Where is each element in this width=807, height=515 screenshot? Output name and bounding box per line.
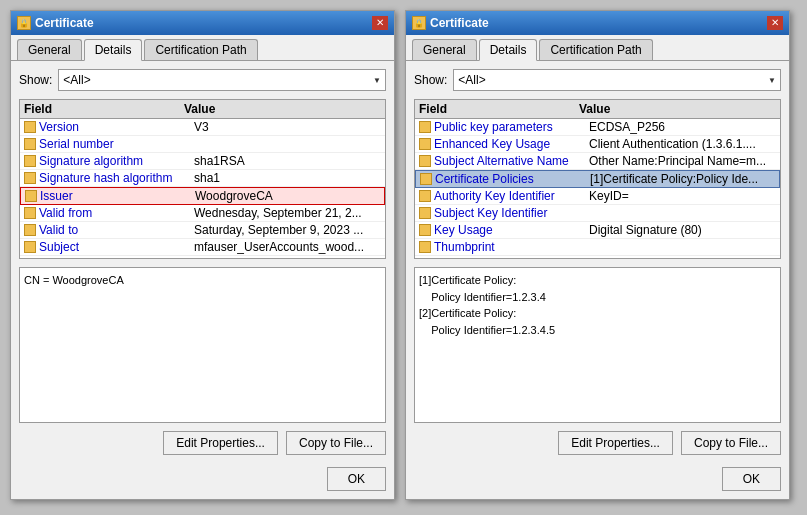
table-row[interactable]: Key Usage Digital Signature (80) — [415, 222, 780, 239]
table-row[interactable]: Enhanced Key Usage Client Authentication… — [415, 136, 780, 153]
table-row[interactable]: Version V3 — [20, 119, 385, 136]
table-row[interactable]: Valid from Wednesday, September 21, 2... — [20, 205, 385, 222]
edit-properties-button-2[interactable]: Edit Properties... — [558, 431, 673, 455]
field-value: mfauser_UserAccounts_wood... — [194, 240, 381, 254]
table-row[interactable]: Public key parameters ECDSA_P256 — [415, 119, 780, 136]
detail-box-2: [1]Certificate Policy: Policy Identifier… — [414, 267, 781, 423]
close-button-2[interactable]: ✕ — [767, 16, 783, 30]
field-value: Other Name:Principal Name=m... — [589, 154, 776, 168]
table-row[interactable]: Subject Alternative Name Other Name:Prin… — [415, 153, 780, 170]
field-name: Version — [39, 120, 194, 134]
field-name: Issuer — [40, 189, 195, 203]
field-value: V3 — [194, 120, 381, 134]
row-icon — [419, 224, 431, 236]
col-value-1: Value — [184, 102, 381, 116]
close-button-1[interactable]: ✕ — [372, 16, 388, 30]
table-row[interactable]: Subject mfauser_UserAccounts_wood... — [20, 239, 385, 256]
table-row[interactable]: Subject Key Identifier — [415, 205, 780, 222]
row-icon — [25, 190, 37, 202]
show-label-1: Show: — [19, 73, 52, 87]
field-value: WoodgroveCA — [195, 189, 380, 203]
tab-1-details[interactable]: Details — [84, 39, 143, 61]
field-value: KeyID= — [589, 189, 776, 203]
show-dropdown-2[interactable]: <All> ▼ — [453, 69, 781, 91]
tab-2-certpath[interactable]: Certification Path — [539, 39, 652, 60]
dialog-1-title: Certificate — [35, 16, 94, 30]
show-dropdown-1[interactable]: <All> ▼ — [58, 69, 386, 91]
title-bar-2: 🔒 Certificate ✕ — [406, 11, 789, 35]
row-icon — [419, 121, 431, 133]
show-value-2: <All> — [458, 73, 485, 87]
row-icon — [24, 155, 36, 167]
show-row-1: Show: <All> ▼ — [19, 69, 386, 91]
title-bar-1: 🔒 Certificate ✕ — [11, 11, 394, 35]
detail-text-2: [1]Certificate Policy: Policy Identifier… — [419, 272, 776, 338]
field-name: Enhanced Key Usage — [434, 137, 589, 151]
field-name: Serial number — [39, 137, 194, 151]
row-icon — [419, 155, 431, 167]
field-name: Subject Key Identifier — [434, 206, 589, 220]
ok-button-1[interactable]: OK — [327, 467, 386, 491]
col-field-2: Field — [419, 102, 579, 116]
dialog-2-title: Certificate — [430, 16, 489, 30]
field-value: [1]Certificate Policy:Policy Ide... — [590, 172, 775, 186]
tab-1-certpath[interactable]: Certification Path — [144, 39, 257, 60]
table-2: Field Value Public key parameters ECDSA_… — [414, 99, 781, 259]
detail-text-1: CN = WoodgroveCA — [24, 274, 124, 286]
field-name: Subject — [39, 240, 194, 254]
detail-box-1: CN = WoodgroveCA — [19, 267, 386, 423]
row-icon — [24, 207, 36, 219]
dialog-2-body: Show: <All> ▼ Field Value Public key par… — [406, 61, 789, 463]
tabs-1: General Details Certification Path — [11, 35, 394, 61]
table-2-header: Field Value — [415, 100, 780, 119]
copy-to-file-button-1[interactable]: Copy to File... — [286, 431, 386, 455]
row-icon — [24, 138, 36, 150]
table-row[interactable]: Thumbprint — [415, 239, 780, 256]
table-1-header: Field Value — [20, 100, 385, 119]
table-row[interactable]: Valid to Saturday, September 9, 2023 ... — [20, 222, 385, 239]
table-row[interactable]: Signature algorithm sha1RSA — [20, 153, 385, 170]
field-value: Saturday, September 9, 2023 ... — [194, 223, 381, 237]
edit-properties-button-1[interactable]: Edit Properties... — [163, 431, 278, 455]
table-row[interactable]: Authority Key Identifier KeyID= — [415, 188, 780, 205]
field-name: Subject Alternative Name — [434, 154, 589, 168]
col-value-2: Value — [579, 102, 776, 116]
dialog-1-body: Show: <All> ▼ Field Value Version V3 Ser… — [11, 61, 394, 463]
table-row-selected[interactable]: Issuer WoodgroveCA — [20, 187, 385, 205]
ok-row-1: OK — [11, 463, 394, 499]
tab-1-general[interactable]: General — [17, 39, 82, 60]
field-name: Valid to — [39, 223, 194, 237]
dialog-2: 🔒 Certificate ✕ General Details Certific… — [405, 10, 790, 500]
show-label-2: Show: — [414, 73, 447, 87]
cert-title-icon-1: 🔒 — [17, 16, 31, 30]
dropdown-arrow-1: ▼ — [373, 76, 381, 85]
field-value: ECDSA_P256 — [589, 120, 776, 134]
field-value: Client Authentication (1.3.6.1.... — [589, 137, 776, 151]
field-value: Wednesday, September 21, 2... — [194, 206, 381, 220]
button-row-1: Edit Properties... Copy to File... — [19, 431, 386, 455]
copy-to-file-button-2[interactable]: Copy to File... — [681, 431, 781, 455]
table-row[interactable]: Signature hash algorithm sha1 — [20, 170, 385, 187]
dialog-1: 🔒 Certificate ✕ General Details Certific… — [10, 10, 395, 500]
field-name: Signature hash algorithm — [39, 171, 194, 185]
tab-2-details[interactable]: Details — [479, 39, 538, 61]
tabs-2: General Details Certification Path — [406, 35, 789, 61]
row-icon — [419, 138, 431, 150]
row-icon — [24, 224, 36, 236]
field-name: Key Usage — [434, 223, 589, 237]
ok-button-2[interactable]: OK — [722, 467, 781, 491]
field-value: sha1RSA — [194, 154, 381, 168]
table-row[interactable]: Serial number — [20, 136, 385, 153]
tab-2-general[interactable]: General — [412, 39, 477, 60]
field-name: Thumbprint — [434, 240, 589, 254]
field-name: Public key parameters — [434, 120, 589, 134]
button-row-2: Edit Properties... Copy to File... — [414, 431, 781, 455]
table-row-selected[interactable]: Certificate Policies [1]Certificate Poli… — [415, 170, 780, 188]
col-field-1: Field — [24, 102, 184, 116]
row-icon — [24, 241, 36, 253]
show-value-1: <All> — [63, 73, 90, 87]
row-icon — [419, 207, 431, 219]
field-name: Signature algorithm — [39, 154, 194, 168]
ok-row-2: OK — [406, 463, 789, 499]
dropdown-arrow-2: ▼ — [768, 76, 776, 85]
